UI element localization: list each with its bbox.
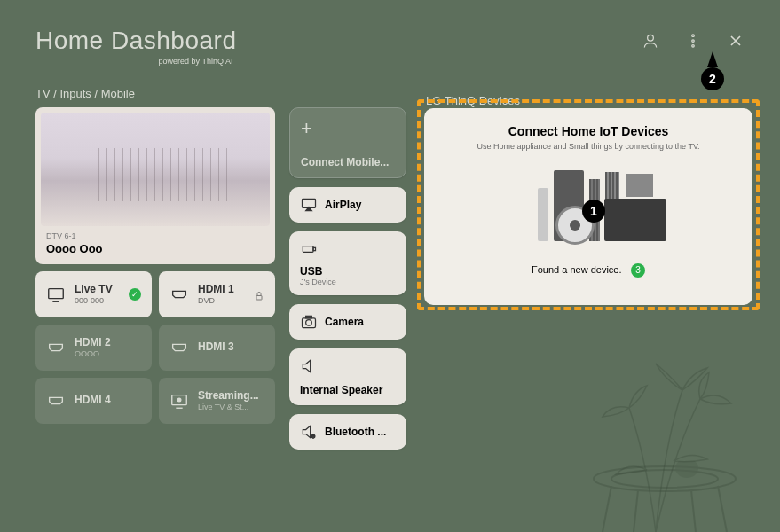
preview-program-name: Oooo Ooo bbox=[46, 242, 270, 255]
internal-speaker-label: Internal Speaker bbox=[300, 384, 396, 396]
svg-point-2 bbox=[692, 40, 695, 43]
usb-label: USB bbox=[300, 265, 396, 278]
tv-icon bbox=[46, 285, 66, 304]
tv-preview-card[interactable]: DTV 6-1 Oooo Ooo bbox=[35, 107, 275, 264]
svg-point-1 bbox=[692, 35, 695, 37]
svg-text:i: i bbox=[313, 434, 314, 439]
page-title: Home Dashboard bbox=[35, 27, 236, 55]
internal-speaker-card[interactable]: Internal Speaker bbox=[289, 348, 406, 405]
airplay-card[interactable]: AirPlay bbox=[289, 187, 406, 223]
iot-found-badge: 3 bbox=[631, 263, 645, 278]
usb-icon bbox=[300, 240, 318, 258]
svg-rect-5 bbox=[256, 296, 262, 301]
iot-subtitle: Use Home appliance and Small things by c… bbox=[440, 142, 737, 151]
input-tile-live-tv[interactable]: Live TV000-000✓ bbox=[35, 271, 152, 317]
tile-label: Live TV bbox=[75, 284, 113, 296]
hdmi-icon bbox=[169, 285, 189, 304]
section-label: TV / Inputs / Mobile bbox=[35, 87, 780, 100]
bluetooth-icon: i bbox=[300, 423, 318, 441]
iot-title: Connect Home IoT Devices bbox=[440, 124, 737, 138]
page-subtitle: powered by ThinQ AI bbox=[35, 57, 232, 66]
callout-2: 2 bbox=[701, 67, 724, 90]
hdmi-icon bbox=[169, 338, 189, 357]
thinq-section-label: LG ThinQ Devices bbox=[426, 94, 520, 107]
iot-found-text: Found a new device. bbox=[532, 264, 622, 275]
tile-label: HDMI 2 bbox=[75, 337, 111, 349]
svg-point-17 bbox=[611, 470, 718, 488]
preview-image bbox=[41, 113, 270, 226]
tile-sublabel: 000-000 bbox=[75, 296, 113, 305]
usb-card[interactable]: USB J's Device bbox=[289, 231, 406, 295]
svg-point-18 bbox=[676, 461, 697, 477]
input-tile-hdmi-2[interactable]: HDMI 2OOOO bbox=[35, 325, 152, 371]
camera-icon bbox=[300, 313, 318, 331]
svg-rect-4 bbox=[49, 289, 64, 299]
svg-point-16 bbox=[594, 466, 736, 491]
svg-point-12 bbox=[306, 320, 312, 326]
bluetooth-label: Bluetooth ... bbox=[325, 426, 386, 438]
svg-rect-9 bbox=[303, 246, 313, 253]
callout-1: 1 bbox=[582, 200, 605, 223]
svg-point-0 bbox=[648, 35, 654, 41]
svg-point-7 bbox=[177, 398, 181, 402]
svg-rect-13 bbox=[306, 316, 312, 318]
connect-mobile-label: Connect Mobile... bbox=[301, 156, 395, 168]
input-tile-hdmi-3[interactable]: HDMI 3 bbox=[159, 325, 275, 371]
camera-label: Camera bbox=[325, 316, 364, 328]
stream-icon bbox=[169, 391, 189, 411]
tile-sublabel: Live TV & St... bbox=[198, 403, 259, 411]
hdmi-icon bbox=[46, 391, 66, 411]
tile-label: HDMI 4 bbox=[75, 395, 111, 407]
profile-icon[interactable] bbox=[642, 32, 659, 53]
close-icon[interactable] bbox=[727, 32, 745, 53]
iot-found-row: Found a new device. 3 bbox=[440, 261, 737, 278]
tile-label: Streaming... bbox=[198, 390, 259, 403]
usb-sublabel: J's Device bbox=[300, 278, 396, 286]
input-tile-hdmi-4[interactable]: HDMI 4 bbox=[35, 378, 152, 424]
more-icon[interactable] bbox=[684, 32, 702, 53]
bluetooth-card[interactable]: iBluetooth ... bbox=[289, 414, 406, 450]
connect-mobile-card[interactable]: + Connect Mobile... bbox=[289, 107, 406, 178]
check-icon: ✓ bbox=[129, 288, 141, 301]
airplay-icon bbox=[300, 196, 318, 214]
tile-sublabel: OOOO bbox=[75, 349, 111, 358]
hdmi-icon bbox=[46, 338, 66, 357]
tile-sublabel: DVD bbox=[198, 296, 234, 305]
plus-icon: + bbox=[301, 117, 395, 140]
input-tile-hdmi-1[interactable]: HDMI 1DVD bbox=[159, 271, 275, 317]
input-tile-streaming-[interactable]: Streaming...Live TV & St... bbox=[159, 378, 275, 424]
speaker-icon bbox=[300, 357, 318, 375]
svg-rect-10 bbox=[313, 247, 316, 250]
tile-label: HDMI 3 bbox=[198, 341, 234, 354]
tile-label: HDMI 1 bbox=[198, 284, 234, 296]
airplay-label: AirPlay bbox=[325, 199, 361, 211]
preview-channel: DTV 6-1 bbox=[46, 231, 270, 240]
camera-card[interactable]: Camera bbox=[289, 304, 406, 340]
svg-point-3 bbox=[692, 45, 695, 48]
lock-icon bbox=[254, 289, 264, 300]
table-decoration bbox=[585, 461, 745, 532]
